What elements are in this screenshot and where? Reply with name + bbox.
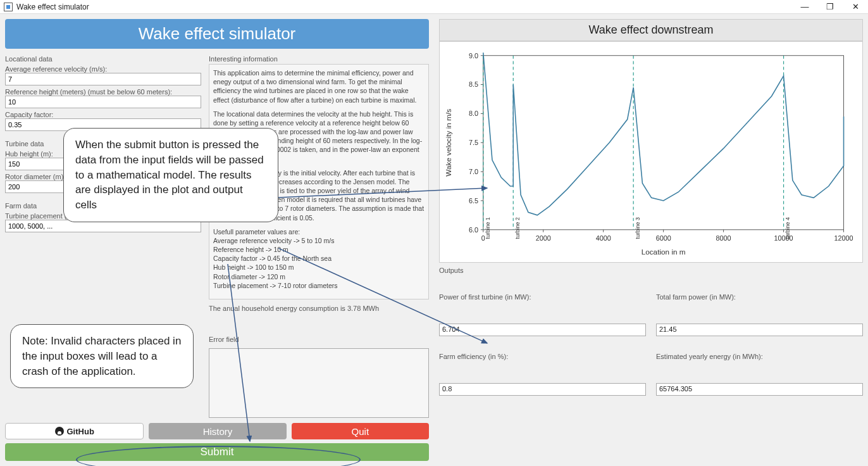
velocity-label: Average reference velocity (m/s): <box>5 65 201 73</box>
yearly-energy-value: 65764.305 <box>656 383 863 396</box>
locational-group: Locational data Average reference veloci… <box>5 55 201 131</box>
total-power-value: 21.45 <box>656 324 863 336</box>
svg-text:7.0: 7.0 <box>469 168 478 175</box>
info-heading: Interesting information <box>209 55 429 63</box>
svg-text:turbine 4: turbine 4 <box>784 217 791 239</box>
arrow-to-outputs <box>278 248 493 350</box>
svg-text:8000: 8000 <box>716 234 731 242</box>
minimize-button[interactable]: — <box>792 0 817 14</box>
svg-text:6.0: 6.0 <box>469 226 478 234</box>
refheight-input[interactable] <box>5 96 201 108</box>
chart-panel: 6.06.57.07.58.08.59.00200040006000800010… <box>439 41 863 263</box>
callout-invalid-warning: Note: Invalid characters placed in the i… <box>10 324 194 388</box>
history-button[interactable]: History <box>149 423 286 439</box>
svg-text:8.5: 8.5 <box>469 81 478 89</box>
svg-text:Wake velocity in m/s: Wake velocity in m/s <box>444 109 452 177</box>
svg-text:turbine 3: turbine 3 <box>635 217 641 239</box>
svg-text:7.5: 7.5 <box>469 139 478 146</box>
capacity-label: Capacity factor: <box>5 111 201 118</box>
locational-heading: Locational data <box>5 55 201 63</box>
velocity-input[interactable] <box>5 73 201 85</box>
svg-text:2000: 2000 <box>536 234 551 242</box>
window-title: Wake effect simulator <box>16 3 89 11</box>
app-icon <box>4 3 13 11</box>
svg-text:8.0: 8.0 <box>469 110 478 117</box>
refheight-label: Reference height (meters) (must be below… <box>5 88 201 96</box>
svg-line-1 <box>278 248 487 343</box>
close-button[interactable]: ✕ <box>843 0 868 14</box>
maximize-button[interactable]: ❐ <box>817 0 843 14</box>
svg-text:12000: 12000 <box>834 234 853 242</box>
svg-text:9.0: 9.0 <box>469 52 478 60</box>
github-button[interactable]: GitHub <box>5 423 144 439</box>
callout-submit-info: When the submit button is pressed the da… <box>63 128 278 222</box>
svg-text:turbine 1: turbine 1 <box>485 217 491 239</box>
svg-text:4000: 4000 <box>596 234 611 242</box>
wake-chart: 6.06.57.07.58.08.59.00200040006000800010… <box>440 42 862 262</box>
outputs-heading: Outputs <box>439 267 863 274</box>
quit-button[interactable]: Quit <box>292 423 429 439</box>
chart-title: Wake effect downstream <box>439 19 863 41</box>
svg-line-0 <box>278 188 487 198</box>
svg-text:Location in m: Location in m <box>642 248 686 256</box>
svg-text:6000: 6000 <box>656 234 671 242</box>
yearly-energy-label: Estimated yearly energy (in MWh): <box>656 340 863 360</box>
svg-line-2 <box>228 264 250 441</box>
github-icon <box>55 427 64 436</box>
arrow-to-submit <box>221 264 259 448</box>
arrow-to-plot <box>278 179 493 217</box>
svg-text:turbine 2: turbine 2 <box>514 217 521 239</box>
app-banner: Wake effect simulator <box>5 19 429 49</box>
titlebar: Wake effect simulator — ❐ ✕ <box>0 0 868 14</box>
total-power-label: Total farm power (in MW): <box>656 280 863 301</box>
efficiency-value: 0.8 <box>439 383 646 396</box>
